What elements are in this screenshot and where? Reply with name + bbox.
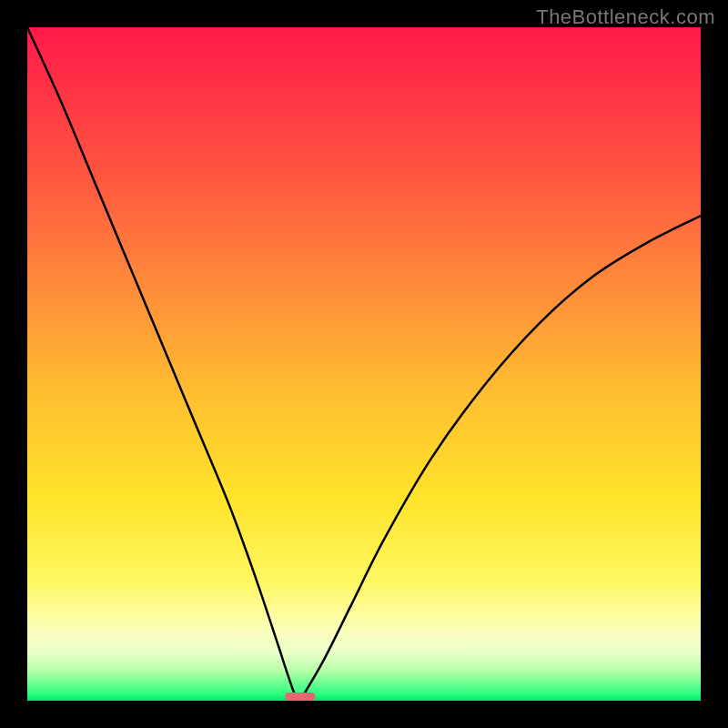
gradient-fill bbox=[27, 27, 701, 701]
watermark-text: TheBottleneck.com bbox=[536, 5, 715, 29]
chart-frame: TheBottleneck.com bbox=[0, 0, 728, 728]
plot-area bbox=[27, 27, 701, 701]
optimum-marker bbox=[285, 693, 315, 701]
chart-svg bbox=[27, 27, 701, 701]
